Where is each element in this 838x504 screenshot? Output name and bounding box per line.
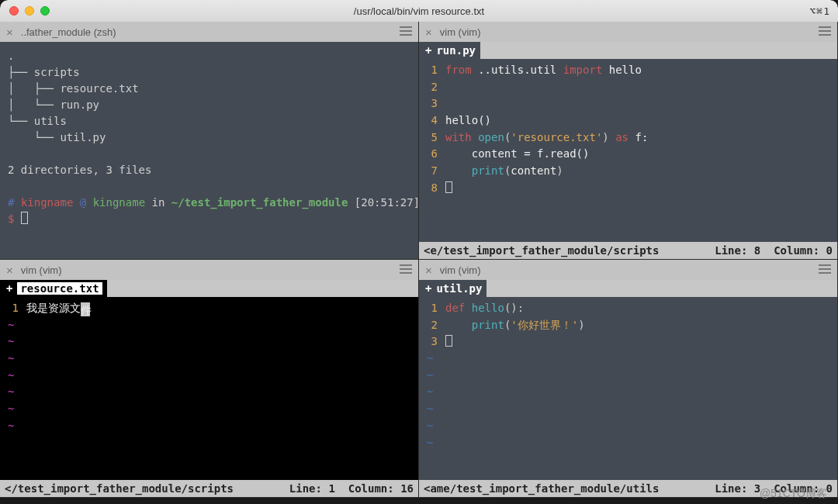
file-tab[interactable]: + resource.txt	[0, 280, 418, 297]
close-icon[interactable]: ×	[425, 264, 432, 276]
terminal-tree[interactable]: . ├── scripts │ ├── resource.txt │ └── r…	[0, 42, 418, 259]
pane-tab-label: vim (vim)	[440, 26, 481, 38]
pane-tab-label: vim (vim)	[21, 264, 62, 276]
menu-icon[interactable]	[400, 26, 412, 39]
tab-strip	[107, 280, 418, 297]
pane-bottom-left: × vim (vim) + resource.txt 1我是资源文件~~~~~~…	[0, 260, 419, 498]
pane-top-left: × ..father_module (zsh) . ├── scripts │ …	[0, 22, 419, 260]
status-column: Column: 0	[774, 482, 833, 495]
code-area[interactable]: 1def hello():2 print('你好世界！')3~~~~~~	[419, 297, 837, 480]
modified-indicator: +	[6, 282, 12, 295]
status-line: Line: 8	[715, 244, 760, 257]
file-name: util.py	[436, 282, 482, 295]
editor-run-py[interactable]: + run.py 1from ..utils.util import hello…	[419, 42, 837, 259]
status-path: <ame/test_import_father_module/utils	[424, 482, 659, 495]
modified-indicator: +	[425, 282, 431, 295]
pane-top-right: × vim (vim) + run.py 1from ..utils.util …	[419, 22, 838, 260]
file-name: run.py	[436, 44, 476, 57]
pane-tab-br[interactable]: × vim (vim)	[419, 260, 837, 280]
status-column: Column: 0	[774, 244, 833, 257]
close-icon[interactable]: ×	[6, 264, 13, 276]
pane-tab-tr[interactable]: × vim (vim)	[419, 22, 837, 42]
close-icon[interactable]: ×	[6, 26, 13, 38]
status-bar: <ame/test_import_father_module/utils Lin…	[419, 480, 837, 497]
file-name: resource.txt	[17, 282, 102, 295]
window-titlebar: /usr/local/bin/vim resource.txt ⌥⌘1	[0, 0, 838, 22]
pane-bottom-right: × vim (vim) + util.py 1def hello():2 pri…	[419, 260, 838, 498]
status-line: Line: 3	[715, 482, 760, 495]
editor-util-py[interactable]: + util.py 1def hello():2 print('你好世界！')3…	[419, 280, 837, 497]
status-column: Column: 16	[348, 482, 414, 495]
status-line: Line: 1	[289, 482, 335, 495]
editor-resource-txt[interactable]: + resource.txt 1我是资源文件~~~~~~~ </test_imp…	[0, 280, 418, 497]
window-hint: ⌥⌘1	[810, 5, 830, 17]
status-path: <e/test_import_father_module/scripts	[424, 244, 659, 257]
file-tab[interactable]: + util.py	[419, 280, 837, 297]
tab-strip	[487, 280, 837, 297]
pane-tab-label: ..father_module (zsh)	[21, 26, 116, 38]
pane-grid: × ..father_module (zsh) . ├── scripts │ …	[0, 22, 838, 498]
menu-icon[interactable]	[819, 26, 831, 39]
code-area[interactable]: 1from ..utils.util import hello234hello(…	[419, 59, 837, 242]
file-tab[interactable]: + run.py	[419, 42, 837, 59]
status-bar: </test_import_father_module/scripts Line…	[0, 480, 418, 497]
code-area[interactable]: 1我是资源文件~~~~~~~	[0, 297, 418, 480]
tab-strip	[480, 42, 837, 59]
pane-tab-tl[interactable]: × ..father_module (zsh)	[0, 22, 418, 42]
pane-tab-bl[interactable]: × vim (vim)	[0, 260, 418, 280]
menu-icon[interactable]	[400, 264, 412, 277]
pane-tab-label: vim (vim)	[440, 264, 481, 276]
modified-indicator: +	[425, 44, 431, 57]
menu-icon[interactable]	[819, 264, 831, 277]
window-title: /usr/local/bin/vim resource.txt	[0, 5, 838, 17]
status-bar: <e/test_import_father_module/scripts Lin…	[419, 242, 837, 259]
status-path: </test_import_father_module/scripts	[5, 482, 234, 495]
close-icon[interactable]: ×	[425, 26, 432, 38]
